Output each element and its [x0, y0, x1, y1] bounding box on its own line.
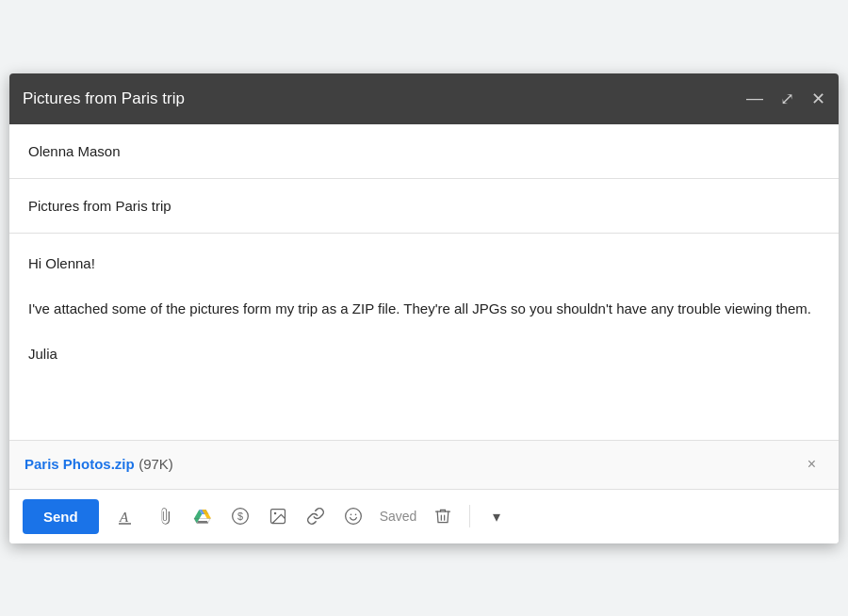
delete-icon[interactable] — [426, 499, 460, 533]
image-svg — [269, 507, 287, 526]
to-field-row — [9, 124, 839, 179]
toolbar-divider — [469, 505, 470, 527]
attachment-remove-button[interactable]: × — [800, 452, 824, 477]
toolbar: Send A — [9, 490, 839, 543]
drive-icon[interactable] — [186, 499, 220, 533]
attachment-size: (97K) — [139, 456, 173, 472]
attachment-row: Paris Photos.zip (97K) × — [9, 441, 839, 490]
image-icon[interactable] — [261, 499, 295, 533]
window-title: Pictures from Paris trip — [23, 89, 185, 108]
link-svg — [306, 507, 325, 526]
svg-point-8 — [350, 514, 351, 516]
emoji-svg — [344, 507, 363, 526]
close-button[interactable]: ✕ — [811, 89, 825, 109]
svg-point-9 — [354, 514, 356, 516]
emoji-icon[interactable] — [336, 499, 370, 533]
send-button[interactable]: Send — [23, 499, 99, 534]
subject-field-row — [9, 179, 839, 234]
attach-svg — [155, 507, 174, 526]
svg-text:A: A — [119, 510, 129, 525]
compose-window: Pictures from Paris trip — ⤢ ✕ Hi Olenna… — [9, 73, 839, 543]
trash-svg — [433, 507, 452, 526]
format-text-icon[interactable]: A — [110, 499, 144, 533]
svg-point-7 — [345, 509, 361, 525]
title-bar: Pictures from Paris trip — ⤢ ✕ — [9, 73, 839, 124]
attachment-filename[interactable]: Paris Photos.zip — [24, 456, 135, 472]
minimize-button[interactable]: — — [746, 89, 763, 108]
saved-label: Saved — [374, 509, 423, 524]
svg-text:$: $ — [237, 511, 243, 522]
to-input[interactable] — [28, 143, 820, 159]
money-icon[interactable]: $ — [223, 499, 257, 533]
link-icon[interactable] — [299, 499, 333, 533]
window-controls: — ⤢ ✕ — [746, 89, 825, 109]
drive-svg — [193, 507, 212, 526]
more-options-icon[interactable]: ▾ — [480, 499, 514, 533]
attachment-info: Paris Photos.zip (97K) — [24, 456, 173, 473]
subject-input[interactable] — [28, 198, 820, 214]
svg-point-6 — [274, 512, 277, 515]
attach-icon[interactable] — [148, 499, 182, 533]
format-svg: A — [118, 507, 137, 526]
money-svg: $ — [231, 507, 250, 526]
maximize-button[interactable]: ⤢ — [780, 89, 794, 109]
body-area[interactable]: Hi Olenna! I've attached some of the pic… — [9, 234, 839, 441]
